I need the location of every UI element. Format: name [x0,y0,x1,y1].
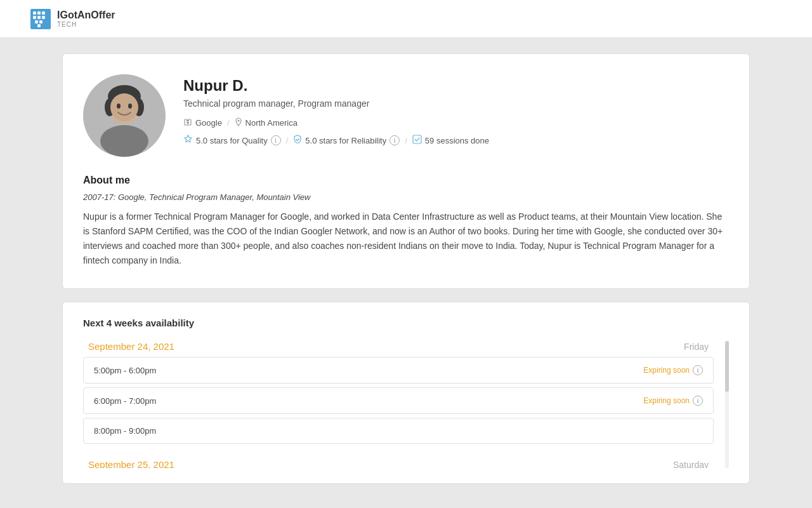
svg-rect-2 [37,11,41,15]
svg-point-18 [128,104,132,109]
svg-rect-4 [33,16,36,19]
page-wrapper: Nupur D. Technical program manager, Prog… [32,38,780,499]
expiring-info-icon-2[interactable]: i [693,396,703,406]
svg-rect-20 [187,122,188,123]
avatar [83,74,166,157]
svg-rect-1 [33,11,36,15]
reliability-stat: 5.0 stars for Reliability i [293,135,400,146]
date-label-sep24: September 24, 2021 [88,341,174,352]
location-meta: North America [235,117,298,128]
sessions-icon [412,135,422,146]
stat-divider-1: / [286,136,289,145]
about-title: About me [83,175,729,186]
time-slot-3[interactable]: 8:00pm - 9:00pm [83,418,714,444]
stat-divider-2: / [405,136,407,145]
scrollbar-thumb[interactable] [725,341,729,392]
svg-rect-26 [413,135,421,144]
svg-rect-5 [37,16,41,19]
building-icon [183,117,192,128]
svg-point-25 [237,120,239,122]
profile-stats: 5.0 stars for Quality i / 5.0 stars for … [183,135,729,146]
sessions-label: 59 sessions done [425,136,489,145]
time-slot-2[interactable]: 6:00pm - 7:00pm Expiring soon i [83,387,714,414]
svg-point-16 [110,93,138,121]
svg-point-11 [100,125,148,157]
avatar-image [83,74,166,157]
avatar-container [83,74,166,157]
profile-meta: Google / North America [183,117,729,128]
date-header-sep25: September 25, 2021 Saturday [83,459,714,468]
svg-rect-21 [188,122,189,123]
availability-card: Next 4 weeks availability September 24, … [62,302,750,484]
profile-header: Nupur D. Technical program manager, Prog… [83,74,729,157]
logo-sub: TECH [57,21,115,28]
profile-info: Nupur D. Technical program manager, Prog… [183,74,729,146]
meta-divider-1: / [227,118,230,128]
about-section: About me 2007-17: Google, Technical Prog… [83,175,729,268]
scrollbar-track[interactable] [725,341,729,468]
svg-rect-8 [39,20,43,23]
shield-icon [293,135,302,146]
date-group-sep24: September 24, 2021 Friday 5:00pm - 6:00p… [83,341,714,444]
day-label-sep24: Friday [684,342,709,352]
about-text: Nupur is a former Technical Program Mana… [83,210,729,268]
expiring-label-1: Expiring soon i [643,365,703,375]
reliability-info-icon[interactable]: i [390,135,400,145]
location-icon [235,117,242,128]
reliability-label: 5.0 stars for Reliability [305,136,386,145]
logo-name: IGotAnOffer [57,10,115,21]
profile-card: Nupur D. Technical program manager, Prog… [62,53,750,289]
header: IGotAnOffer TECH [0,0,812,38]
company-meta: Google [183,117,222,128]
day-label-sep25: Saturday [673,460,709,469]
availability-title: Next 4 weeks availability [83,318,729,328]
logo-text: IGotAnOffer TECH [57,10,115,28]
company-label: Google [195,118,222,128]
logo-icon [30,9,51,29]
star-icon [183,135,193,146]
time-text-2: 6:00pm - 7:00pm [94,396,156,406]
svg-rect-6 [42,16,45,19]
svg-rect-9 [37,24,41,27]
time-text-3: 8:00pm - 9:00pm [94,426,156,436]
quality-label: 5.0 stars for Quality [196,136,268,145]
location-label: North America [246,118,298,128]
quality-stat: 5.0 stars for Quality i [183,135,281,146]
calendar-section[interactable]: September 24, 2021 Friday 5:00pm - 6:00p… [83,341,729,468]
about-subtitle: 2007-17: Google, Technical Program Manag… [83,192,729,202]
time-text-1: 5:00pm - 6:00pm [94,366,156,375]
date-group-sep25: September 25, 2021 Saturday [83,459,714,468]
date-header-sep24: September 24, 2021 Friday [83,341,714,352]
logo-container[interactable]: IGotAnOffer TECH [30,9,115,29]
svg-rect-22 [187,120,188,121]
sessions-stat: 59 sessions done [412,135,489,146]
profile-name: Nupur D. [183,77,729,95]
date-label-sep25: September 25, 2021 [88,459,174,468]
quality-info-icon[interactable]: i [271,135,281,145]
expiring-info-icon-1[interactable]: i [693,365,703,375]
calendar-inner: September 24, 2021 Friday 5:00pm - 6:00p… [83,341,729,468]
profile-title: Technical program manager, Program manag… [183,98,729,109]
svg-rect-23 [188,120,189,121]
svg-point-17 [117,104,121,109]
time-slot-1[interactable]: 5:00pm - 6:00pm Expiring soon i [83,357,714,384]
expiring-label-2: Expiring soon i [643,396,703,406]
svg-rect-3 [42,11,45,15]
svg-rect-7 [35,20,38,23]
